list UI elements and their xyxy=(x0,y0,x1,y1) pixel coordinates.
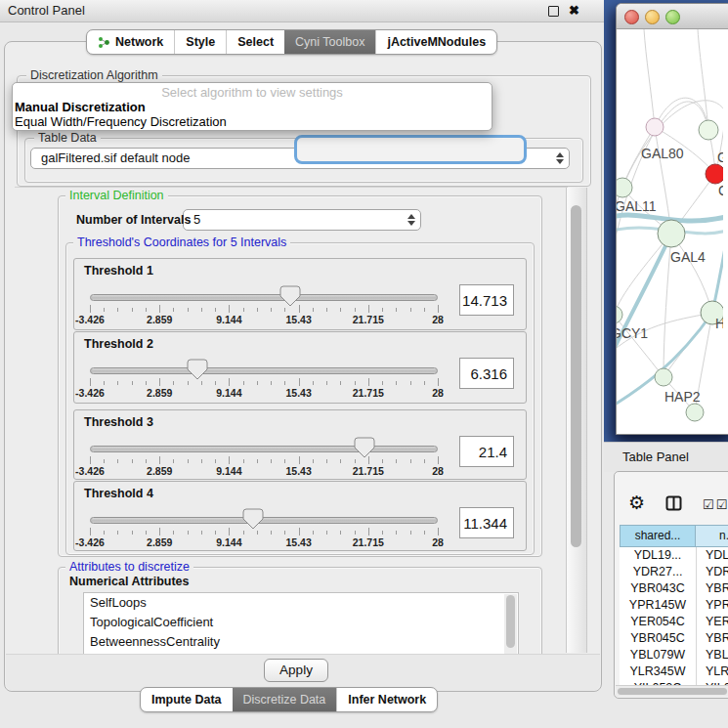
list-scrollbar[interactable] xyxy=(504,594,517,655)
threshold-2-row: Threshold 2 -3.426 2.859 9.144 15.43 21.… xyxy=(73,331,527,404)
tab-cyni-toolbox[interactable]: Cyni Toolbox xyxy=(284,30,375,54)
show-columns-checkbox-icons[interactable]: ☑☑ xyxy=(703,497,728,512)
tab-infer-network[interactable]: Infer Network xyxy=(336,688,437,711)
node-label: C xyxy=(718,183,723,198)
table-panel: ⚙ ☑☑ shared... n... YDL19...YDL1YDR27...… xyxy=(614,471,728,699)
apply-button[interactable]: Apply xyxy=(264,659,328,682)
threshold-3-label: Threshold 3 xyxy=(84,415,153,429)
list-item[interactable]: TopologicalCoefficient xyxy=(84,613,518,632)
threshold-4-label: Threshold 4 xyxy=(84,487,153,500)
threshold-1-value-field[interactable]: 14.713 xyxy=(459,284,514,316)
node-label: HAP2 xyxy=(664,389,701,405)
list-item[interactable]: SelfLoops xyxy=(84,593,518,613)
thresholds-group-title: Threshold's Coordinates for 5 Intervals xyxy=(73,236,290,249)
threshold-3-slider-thumb[interactable] xyxy=(354,437,375,459)
table-body: YDL19...YDL1YDR27...YDR2YBR043CYBR0YPR14… xyxy=(620,547,728,685)
combo-spinner-icon xyxy=(555,151,564,165)
slider-tick-labels: -3.426 2.859 9.144 15.43 21.715 28 xyxy=(90,465,438,477)
cyni-toolbox-panel: Discretization Algorithm Table Data galF… xyxy=(4,41,602,692)
table-row[interactable]: YER054CYER0 xyxy=(620,614,728,630)
table-panel-titlebar: Table Panel xyxy=(604,442,728,472)
node-gal11[interactable] xyxy=(617,178,632,197)
list-item[interactable]: BetweennessCentrality xyxy=(84,632,518,652)
column-header-name[interactable]: n... xyxy=(696,525,728,547)
table-row[interactable]: YBL079WYBL0 xyxy=(620,647,728,664)
node-label: GA xyxy=(717,150,723,165)
network-desktop: GAL80 GA C GAL11 GAL4 GCY1 H HAP2 xyxy=(604,0,728,442)
minimize-traffic-light-icon[interactable] xyxy=(645,10,660,24)
table-row[interactable]: YDR27...YDR2 xyxy=(620,564,728,580)
tab-network[interactable]: Network xyxy=(87,30,174,54)
threshold-2-slider-track[interactable] xyxy=(90,367,438,374)
network-window[interactable]: GAL80 GA C GAL11 GAL4 GCY1 H HAP2 xyxy=(616,3,728,435)
popup-option-equal-width[interactable]: Equal Width/Frequency Discretization xyxy=(13,114,492,129)
table-row[interactable]: YPR145WYPR1 xyxy=(620,597,728,614)
algorithm-combobox[interactable] xyxy=(294,135,527,164)
node-gal80[interactable] xyxy=(646,118,664,136)
column-header-shared-name[interactable]: shared... xyxy=(620,525,696,547)
threshold-2-label: Threshold 2 xyxy=(84,337,153,351)
threshold-3-value-field[interactable]: 21.4 xyxy=(459,436,514,467)
threshold-2-slider-thumb[interactable] xyxy=(187,359,208,381)
footer: Apply xyxy=(6,654,600,691)
number-of-intervals-combobox[interactable]: 5 xyxy=(183,209,421,231)
network-graph: GAL80 GA C GAL11 GAL4 GCY1 H HAP2 xyxy=(617,29,723,433)
slider-tick-marks xyxy=(90,378,438,387)
node-gal4[interactable] xyxy=(658,220,685,247)
table-row[interactable]: YBR045CYBR0 xyxy=(620,630,728,647)
network-window-titlebar[interactable] xyxy=(617,4,728,29)
slider-tick-marks xyxy=(90,456,438,465)
slider-tick-labels: -3.426 2.859 9.144 15.43 21.715 28 xyxy=(90,387,438,399)
threshold-1-slider-thumb[interactable] xyxy=(279,285,301,308)
threshold-1-slider-track[interactable] xyxy=(90,294,438,301)
discretization-algorithm-title: Discretization Algorithm xyxy=(26,68,162,82)
gear-icon[interactable]: ⚙ xyxy=(628,493,645,512)
app: Control Panel ✖ Network Style Select Cyn… xyxy=(0,0,728,728)
tab-impute-data[interactable]: Impute Data xyxy=(141,688,233,711)
table-row[interactable]: YBR043CYBR0 xyxy=(620,580,728,597)
main-scrollbar-thumb[interactable] xyxy=(571,205,581,547)
popup-option-manual[interactable]: Manual Discretization xyxy=(13,100,492,114)
combo-spinner-icon xyxy=(407,213,415,227)
slider-tick-labels: -3.426 2.859 9.144 15.43 21.715 28 xyxy=(90,536,438,548)
attributes-group-title: Attributes to discretize xyxy=(65,560,193,574)
table-row[interactable]: YLR345WYLR3 xyxy=(620,664,728,680)
node-top-right[interactable] xyxy=(699,120,718,140)
network-icon xyxy=(98,36,110,49)
table-header: shared... n... xyxy=(620,525,728,547)
threshold-3-row: Threshold 3 -3.426 2.859 9.144 15.43 21.… xyxy=(73,409,527,480)
zoom-traffic-light-icon[interactable] xyxy=(665,10,680,24)
threshold-3-slider-track[interactable] xyxy=(90,446,438,452)
table-data-title: Table Data xyxy=(34,131,101,145)
table-row[interactable]: YDL19...YDL1 xyxy=(620,547,728,564)
tab-style[interactable]: Style xyxy=(174,30,226,54)
scroll-viewport: Interval Definition Number of Intervals … xyxy=(15,187,568,656)
threshold-1-label: Threshold 1 xyxy=(84,264,153,278)
main-scrollbar[interactable] xyxy=(566,188,587,653)
node-bottom[interactable] xyxy=(686,404,704,421)
tab-network-label: Network xyxy=(115,30,163,54)
table-hscrollbar-thumb[interactable] xyxy=(618,688,727,695)
control-panel-title: Control Panel xyxy=(8,0,85,21)
popup-placeholder: Select algorithm to view settings xyxy=(13,83,492,100)
table-hscrollbar[interactable] xyxy=(616,685,728,697)
node-label: GAL80 xyxy=(641,146,684,161)
tab-select[interactable]: Select xyxy=(226,30,284,54)
network-canvas[interactable]: GAL80 GA C GAL11 GAL4 GCY1 H HAP2 xyxy=(617,29,723,433)
node-red-selected[interactable] xyxy=(706,164,723,184)
float-window-icon[interactable] xyxy=(548,6,559,17)
split-columns-icon[interactable] xyxy=(665,495,682,511)
close-icon[interactable]: ✖ xyxy=(569,2,579,20)
close-traffic-light-icon[interactable] xyxy=(624,10,639,24)
node-hap2[interactable] xyxy=(655,368,672,386)
numerical-attributes-label: Numerical Attributes xyxy=(65,575,193,588)
threshold-4-slider-thumb[interactable] xyxy=(242,508,264,531)
threshold-2-value-field[interactable]: 6.316 xyxy=(459,358,514,389)
tab-jactivemnodules[interactable]: jActiveMNodules xyxy=(375,30,496,54)
number-of-intervals-label: Number of Intervals xyxy=(72,213,194,227)
node-gcy1[interactable] xyxy=(617,306,622,323)
threshold-4-value-field[interactable]: 11.344 xyxy=(459,507,514,538)
slider-tick-marks xyxy=(90,305,438,314)
tab-discretize-data[interactable]: Discretize Data xyxy=(233,688,337,711)
slider-tick-labels: -3.426 2.859 9.144 15.43 21.715 28 xyxy=(90,314,438,325)
